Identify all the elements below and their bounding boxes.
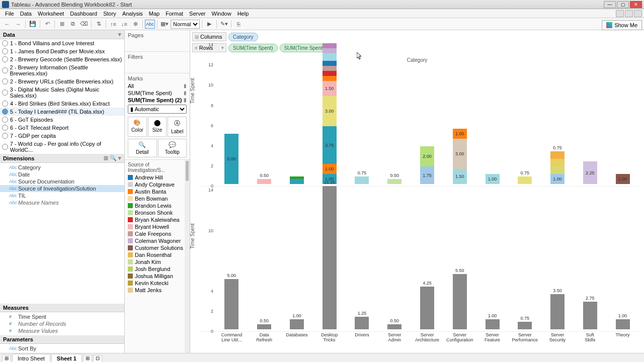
total-bar-chart[interactable]: Time Spent 0241014 5.000.501.0014.251.25…	[200, 187, 639, 332]
swap-icon[interactable]: ⇅	[94, 20, 104, 29]
menu-worksheet[interactable]: Worksheet	[35, 11, 67, 17]
menu-right-button-2[interactable]	[625, 10, 633, 17]
tooltip-button[interactable]: 💬Tooltip	[158, 139, 187, 157]
save-icon[interactable]: 💾	[28, 20, 38, 29]
bar-column[interactable]: 5.50	[443, 274, 476, 329]
datasource-item[interactable]: 6 - GoT Episodes	[0, 116, 124, 124]
measure-field[interactable]: #Measure Values	[0, 327, 124, 334]
dimension-field[interactable]: AbcCategory	[0, 164, 124, 171]
legend-item[interactable]: Joshua Milligan	[127, 273, 188, 280]
filters-shelf[interactable]: Filters	[125, 52, 190, 73]
bar-column[interactable]: 1.00	[606, 319, 639, 329]
bar-column[interactable]: 1.25	[346, 317, 378, 329]
close-button[interactable]: ✕	[630, 1, 642, 8]
maximize-button[interactable]: ▢	[617, 1, 629, 8]
menu-window[interactable]: Window	[209, 11, 234, 17]
dimensions-menu-icon[interactable]: ⊞ 🔍 ▾	[104, 155, 121, 161]
menu-data[interactable]: Data	[17, 11, 35, 17]
dimension-field[interactable]: AbcTIL	[0, 192, 124, 199]
bar-column[interactable]: 1.00	[281, 319, 313, 329]
menu-right-button-1[interactable]	[616, 10, 624, 17]
menu-map[interactable]: Map	[146, 11, 163, 17]
bar-column[interactable]: 2.75	[574, 302, 606, 329]
fit-dropdown[interactable]: Normal	[171, 20, 200, 29]
menu-file[interactable]: File	[2, 11, 17, 17]
group-icon[interactable]: ⊕	[130, 20, 140, 29]
undo-icon[interactable]: ↶	[42, 20, 52, 29]
datasource-item[interactable]: 1 - James Bond Deaths per Movie.xlsx	[0, 47, 124, 55]
abc-button[interactable]: Abc	[145, 20, 155, 29]
new-sheet-icon[interactable]: ⊞	[57, 20, 67, 29]
measure-field[interactable]: #Time Spent	[0, 313, 124, 320]
clear-icon[interactable]: ⌫	[79, 20, 89, 29]
bar-column[interactable]: 4.25	[411, 287, 444, 329]
columns-shelf[interactable]: ⊞Columns Category	[192, 32, 642, 41]
legend-item[interactable]: Andy Cotgreave	[127, 181, 188, 188]
menu-server[interactable]: Server	[186, 11, 208, 17]
bar-column[interactable]: 0.75	[509, 176, 541, 184]
size-button[interactable]: ⬤Size	[148, 117, 167, 137]
bar-column[interactable]	[281, 176, 313, 184]
marks-row[interactable]: SUM(Time Spent) (2)▮	[128, 97, 187, 104]
menu-help[interactable]: Help	[234, 11, 252, 17]
datasource-item[interactable]: 7 - World cup - Per goal info (Copy of W…	[0, 140, 124, 154]
dimension-field[interactable]: AbcDate	[0, 171, 124, 178]
legend-item[interactable]: Dan Rosenthal	[127, 251, 188, 258]
dimension-field[interactable]: AbcMeasure Names	[0, 199, 124, 206]
bar-column[interactable]: 0.50	[378, 324, 411, 329]
legend-item[interactable]: Bryan Kaleiwahea	[127, 216, 188, 223]
menu-analysis[interactable]: Analysis	[119, 11, 146, 17]
datasource-item[interactable]: 7 - GDP per capita	[0, 132, 124, 140]
presentation-icon[interactable]: ▶	[204, 20, 214, 29]
bar-column[interactable]: 5.00	[215, 134, 248, 184]
sheet-tab[interactable]: Sheet 1	[51, 354, 82, 362]
back-icon[interactable]: ←	[2, 20, 12, 29]
highlight-icon[interactable]: ✎▾	[219, 20, 229, 29]
legend-item[interactable]: Jonah Kim	[127, 258, 188, 265]
legend-item[interactable]: Matt Jenks	[127, 287, 188, 294]
legend-item[interactable]: Customer Solutions .	[127, 244, 188, 251]
duplicate-icon[interactable]: ⧉	[68, 20, 78, 29]
forward-icon[interactable]: →	[13, 20, 23, 29]
bar-column[interactable]: 1.00	[476, 174, 509, 184]
parameter-field[interactable]: AbcSort By	[0, 345, 124, 352]
legend-item[interactable]: Austin Banta	[127, 188, 188, 195]
stacked-bar-chart[interactable]: Time Spent 02468101214 5.000.501.001.003…	[200, 41, 639, 187]
datasource-item[interactable]: 6 - GoT Telecast Report	[0, 124, 124, 132]
legend-item[interactable]: Brandon Lewis	[127, 202, 188, 209]
dimension-field[interactable]: AbcSource Documentation	[0, 178, 124, 185]
datasource-tab-button[interactable]: ⊞	[2, 355, 11, 363]
show-me-button[interactable]: Show Me	[602, 20, 642, 30]
bar-column[interactable]: 0.75	[346, 176, 378, 184]
mark-type-dropdown[interactable]: ▮ Automatic	[128, 105, 187, 114]
menu-story[interactable]: Story	[100, 11, 119, 17]
menu-format[interactable]: Format	[163, 11, 186, 17]
bar-column[interactable]: 0.50	[378, 179, 411, 184]
menu-dashboard[interactable]: Dashboard	[67, 11, 100, 17]
legend-item[interactable]: Cale Freepons	[127, 230, 188, 237]
label-button[interactable]: ⒶLabel	[168, 117, 187, 137]
bar-column[interactable]: 1.001.003.753.001.500.75	[313, 43, 346, 184]
bar-column[interactable]: 1.000.750.750.75	[541, 151, 574, 184]
bar-column[interactable]: 2.25	[574, 161, 606, 184]
bar-column[interactable]: 3.50	[541, 294, 574, 329]
legend-item[interactable]: Bryant Howell	[127, 223, 188, 230]
pin-icon[interactable]: ⎘	[233, 20, 244, 29]
legend-scrollbar[interactable]	[185, 160, 190, 353]
pages-shelf[interactable]: Pages	[125, 30, 190, 52]
bar-column[interactable]: 14.25	[313, 186, 346, 329]
legend-item[interactable]: Ben Bowman	[127, 195, 188, 202]
marks-row[interactable]: SUM(Time Spent)▮	[128, 89, 187, 97]
legend-item[interactable]: Andrew Hill	[127, 174, 188, 181]
bar-column[interactable]: 5.00	[215, 279, 248, 329]
datasource-item[interactable]: 1 - Bond Villains and Love Interest	[0, 39, 124, 47]
minimize-button[interactable]: —	[604, 1, 616, 8]
legend-item[interactable]: Josh Berglund	[127, 265, 188, 273]
color-button[interactable]: 🎨Color	[128, 117, 147, 137]
data-dropdown-icon[interactable]: ▾	[118, 31, 121, 38]
datasource-item[interactable]: 3 - Digital Music Sales (Digital Music S…	[0, 85, 124, 100]
bar-column[interactable]: 1.752.00	[411, 146, 444, 184]
legend-item[interactable]: Bronson Shonk	[127, 209, 188, 216]
datasource-item[interactable]: 2 - Brewery URLs (Seattle Breweries.xlsx…	[0, 77, 124, 85]
datasource-item[interactable]: 2 - Brewery Geocode (Seattle Breweries.x…	[0, 55, 124, 63]
